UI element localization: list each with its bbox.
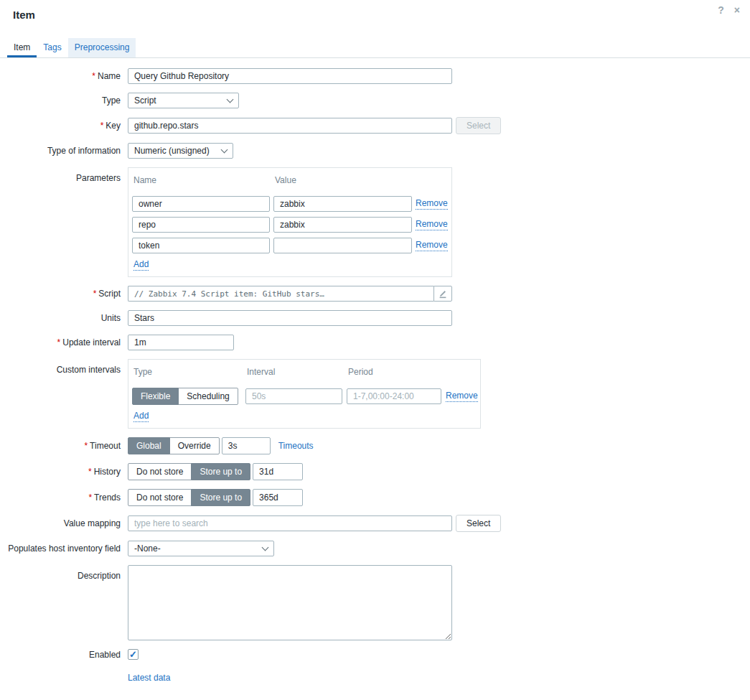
item-dialog: Item ? × Item Tags Preprocessing *Name T… (0, 0, 750, 700)
enabled-label: Enabled (0, 650, 128, 660)
parameters-label: Parameters (0, 167, 128, 183)
ci-add-link[interactable]: Add (133, 411, 149, 422)
ci-period-header: Period (347, 364, 441, 383)
timeout-row: *Timeout Global Override Timeouts (0, 437, 750, 454)
chevron-down-icon (221, 146, 228, 154)
tab-tags[interactable]: Tags (37, 38, 67, 57)
script-input[interactable]: // Zabbix 7.4 Script item: GitHub stars… (128, 286, 433, 302)
type-of-information-row: Type of information Numeric (unsigned) (0, 143, 750, 159)
page-title: Item (13, 9, 737, 21)
history-do-not-store-toggle[interactable]: Do not store (128, 463, 192, 480)
populates-host-inventory-select[interactable]: -None- (128, 541, 274, 556)
required-marker: * (93, 289, 97, 299)
timeout-toggle: Global Override (128, 437, 220, 454)
param-remove-link[interactable]: Remove (416, 240, 448, 251)
custom-intervals-row: Custom intervals Type Interval Period Fl… (0, 359, 750, 429)
required-marker: * (92, 71, 95, 81)
ci-remove-link[interactable]: Remove (446, 391, 478, 402)
name-row: *Name (0, 68, 750, 84)
timeout-label: *Timeout (0, 441, 128, 451)
history-value-input[interactable] (253, 463, 303, 480)
param-remove-link[interactable]: Remove (416, 219, 448, 230)
ci-type-header: Type (132, 364, 241, 383)
tab-preprocessing[interactable]: Preprocessing (68, 38, 136, 57)
key-label: *Key (0, 121, 128, 131)
param-value-input[interactable] (273, 217, 412, 233)
scheduling-toggle[interactable]: Scheduling (178, 388, 238, 405)
units-input[interactable] (128, 310, 452, 326)
close-icon[interactable]: × (734, 4, 740, 16)
chevron-down-icon (262, 544, 269, 551)
tab-bar: Item Tags Preprocessing (0, 38, 750, 58)
script-row: *Script // Zabbix 7.4 Script item: GitHu… (0, 286, 750, 302)
key-row: *Key Select (0, 117, 750, 134)
param-value-input[interactable] (273, 238, 412, 253)
timeout-global-toggle[interactable]: Global (128, 437, 170, 454)
parameters-row: Parameters Name Value Remove Remove Remo… (0, 167, 750, 277)
history-store-up-to-toggle[interactable]: Store up to (191, 463, 250, 480)
ci-period-input[interactable] (347, 388, 441, 404)
ci-interval-input[interactable] (245, 388, 342, 404)
script-field: // Zabbix 7.4 Script item: GitHub stars… (128, 286, 452, 302)
param-name-input[interactable] (132, 196, 270, 212)
populates-host-inventory-row: Populates host inventory field -None- (0, 541, 750, 556)
param-name-input[interactable] (132, 217, 270, 233)
param-add-link[interactable]: Add (133, 259, 149, 271)
trends-store-up-to-toggle[interactable]: Store up to (191, 489, 250, 506)
key-input[interactable] (128, 118, 452, 134)
trends-row: *Trends Do not store Store up to (0, 489, 750, 506)
type-row: Type Script (0, 93, 750, 108)
value-mapping-row: Value mapping Select (0, 515, 750, 532)
param-remove-link[interactable]: Remove (416, 198, 448, 210)
param-value-input[interactable] (273, 196, 412, 212)
flexible-toggle[interactable]: Flexible (132, 388, 179, 405)
dialog-header: Item ? × (0, 0, 750, 21)
description-textarea[interactable] (128, 565, 452, 640)
script-label: *Script (0, 289, 128, 299)
type-of-information-value: Numeric (unsigned) (134, 146, 210, 156)
parameters-name-header: Name (132, 172, 270, 191)
enabled-checkbox[interactable]: ✓ (128, 649, 139, 660)
name-input[interactable] (128, 68, 452, 84)
type-label: Type (0, 95, 128, 106)
edit-pencil-icon (438, 289, 448, 299)
units-row: Units (0, 310, 750, 326)
trends-value-input[interactable] (253, 489, 303, 506)
description-label: Description (0, 565, 128, 581)
type-select-value: Script (134, 95, 156, 106)
required-marker: * (100, 121, 104, 131)
update-interval-label: *Update interval (0, 337, 128, 347)
key-select-button[interactable]: Select (456, 117, 501, 134)
timeout-override-toggle[interactable]: Override (169, 437, 220, 454)
description-row: Description (0, 565, 750, 640)
units-label: Units (0, 313, 128, 323)
timeouts-link[interactable]: Timeouts (278, 441, 314, 451)
populates-host-inventory-value: -None- (134, 543, 161, 554)
type-of-information-select[interactable]: Numeric (unsigned) (128, 143, 233, 159)
chevron-down-icon (227, 96, 234, 103)
trends-toggle: Do not store Store up to (128, 489, 250, 506)
param-name-input[interactable] (132, 238, 270, 253)
tab-item[interactable]: Item (7, 38, 37, 57)
value-mapping-select-button[interactable]: Select (456, 515, 501, 532)
custom-intervals-label: Custom intervals (0, 359, 128, 375)
populates-host-inventory-label: Populates host inventory field (0, 543, 128, 554)
ci-type-toggle: Flexible Scheduling (132, 388, 241, 405)
value-mapping-input[interactable] (128, 515, 452, 531)
parameters-table: Name Value Remove Remove Remove Add (128, 167, 452, 277)
ci-interval-header: Interval (245, 364, 342, 383)
script-edit-button[interactable] (433, 286, 452, 302)
latest-data-row: Latest data (0, 673, 750, 683)
type-select[interactable]: Script (128, 93, 239, 108)
latest-data-link[interactable]: Latest data (128, 673, 170, 683)
value-mapping-label: Value mapping (0, 518, 128, 528)
checkmark-icon: ✓ (129, 650, 137, 659)
update-interval-input[interactable] (128, 335, 234, 350)
enabled-row: Enabled ✓ (0, 649, 750, 660)
help-icon[interactable]: ? (718, 4, 724, 16)
trends-do-not-store-toggle[interactable]: Do not store (128, 489, 192, 506)
required-marker: * (57, 337, 61, 347)
required-marker: * (88, 467, 92, 477)
required-marker: * (88, 493, 92, 503)
parameters-value-header: Value (273, 172, 412, 191)
